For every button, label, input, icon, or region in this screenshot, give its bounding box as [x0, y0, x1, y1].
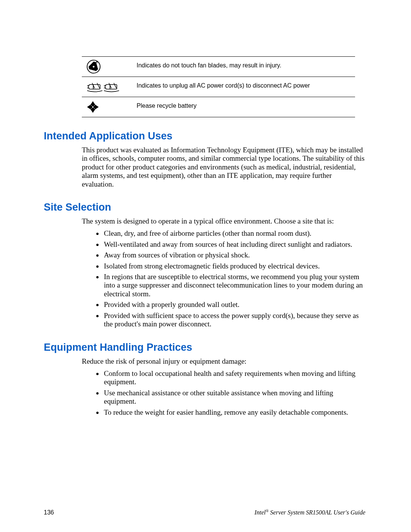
list-item: Clean, dry, and free of airborne particl…	[103, 229, 365, 238]
list-item: Isolated from strong electromagnetic fie…	[103, 262, 365, 270]
list-item: Well-ventilated and away from sources of…	[103, 240, 365, 249]
table-row: Indicates to unplug all AC power cord(s)…	[82, 77, 355, 97]
icon-cell	[82, 77, 132, 97]
paragraph: This product was evaluated as Informatio…	[82, 146, 365, 189]
doc-title: Intel® Server System SR1500AL User's Gui…	[255, 509, 365, 516]
safety-icon-table: Indicates do not touch fan blades, may r…	[82, 56, 355, 117]
recycle-icon	[86, 101, 99, 113]
list-item: Conform to local occupational health and…	[103, 369, 365, 387]
icon-cell	[82, 57, 132, 77]
list-item: To reduce the weight for easier handling…	[103, 408, 365, 417]
table-row: Please recycle battery	[82, 97, 355, 117]
footer: 136 Intel® Server System SR1500AL User's…	[44, 509, 365, 516]
heading-equipment-handling: Equipment Handling Practices	[44, 342, 365, 353]
bullet-list: Clean, dry, and free of airborne particl…	[82, 229, 365, 328]
list-item: Provided with a properly grounded wall o…	[103, 300, 365, 309]
list-item: Away from sources of vibration or physic…	[103, 251, 365, 259]
icon-desc: Indicates to unplug all AC power cord(s)…	[132, 77, 355, 97]
icon-cell	[82, 97, 132, 117]
list-item: Use mechanical assistance or other suita…	[103, 389, 365, 406]
page-number: 136	[44, 509, 54, 516]
heading-intended-application: Intended Application Uses	[44, 130, 365, 142]
svg-point-1	[93, 66, 95, 68]
icon-desc: Indicates do not touch fan blades, may r…	[132, 57, 355, 77]
page-container: Indicates do not touch fan blades, may r…	[0, 0, 411, 532]
paragraph: The system is designed to operate in a t…	[82, 217, 365, 225]
heading-site-selection: Site Selection	[44, 201, 365, 213]
list-item: Provided with sufficient space to access…	[103, 312, 365, 329]
unplug-power-icon	[86, 81, 119, 93]
paragraph: Reduce the risk of personal injury or eq…	[82, 357, 365, 366]
bullet-list: Conform to local occupational health and…	[82, 369, 365, 417]
fan-hazard-icon	[86, 59, 101, 74]
icon-desc: Please recycle battery	[132, 97, 355, 117]
table-row: Indicates do not touch fan blades, may r…	[82, 57, 355, 77]
list-item: In regions that are susceptible to elect…	[103, 273, 365, 298]
